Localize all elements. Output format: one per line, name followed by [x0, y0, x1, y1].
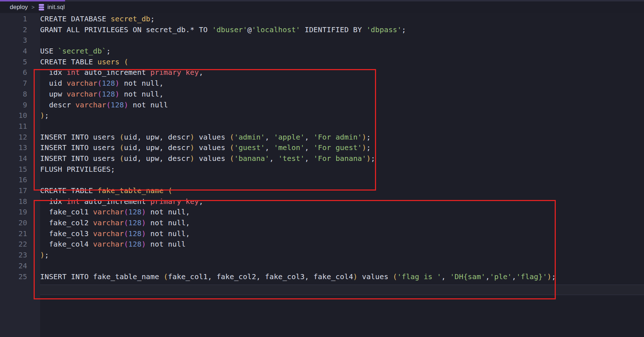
code-token: fake_col4 [40, 240, 93, 248]
line-number[interactable]: 17 [0, 185, 40, 196]
code-token: 'admin' [234, 133, 265, 141]
line-number[interactable]: 3 [0, 35, 40, 46]
database-icon [38, 4, 44, 11]
line-number[interactable]: 20 [0, 218, 40, 229]
code-line[interactable]: ); [40, 250, 644, 261]
code-token: ) [141, 240, 146, 248]
code-token: ) [115, 79, 119, 88]
code-token: ) [141, 208, 146, 216]
code-line[interactable] [40, 121, 644, 132]
code-token: 'dbuser' [212, 25, 247, 34]
code-line[interactable]: fake_col4 varchar(128) not null [40, 239, 644, 250]
code-token: ) [141, 229, 146, 238]
code-token: ( [106, 101, 111, 109]
code-token: INSERT INTO users [40, 133, 119, 141]
line-number[interactable]: 6 [0, 67, 40, 78]
code-token: ) [40, 251, 44, 259]
line-number[interactable]: 14 [0, 153, 40, 164]
line-number[interactable]: 25 [0, 272, 40, 282]
breadcrumb-file[interactable]: init.sql [38, 4, 65, 11]
line-number[interactable]: 10 [0, 110, 40, 121]
code-token: 'melon' [274, 143, 304, 152]
code-token: ) [40, 111, 44, 120]
code-line[interactable] [40, 261, 644, 272]
code-token: ( [168, 186, 172, 195]
code-token: secret_db [111, 14, 150, 23]
code-token: GRANT ALL PRIVILEGES ON secret_db.* TO [40, 25, 212, 34]
line-number[interactable]: 7 [0, 78, 40, 89]
code-token: varchar [67, 79, 97, 88]
code-token: , [305, 133, 314, 141]
line-number[interactable]: 9 [0, 100, 40, 111]
code-token [181, 197, 185, 206]
code-token: INSERT INTO users [40, 154, 119, 163]
line-number[interactable]: 13 [0, 142, 40, 153]
line-number[interactable]: 11 [0, 121, 40, 132]
code-line[interactable]: fake_col3 varchar(128) not null, [40, 229, 644, 239]
code-line[interactable]: idx int auto_increment primary key, [40, 67, 644, 78]
code-token: 'test' [278, 154, 304, 163]
code-line[interactable] [40, 35, 644, 46]
line-number[interactable]: 18 [0, 196, 40, 207]
code-token: not null [128, 101, 168, 109]
code-line[interactable] [40, 175, 644, 185]
code-line[interactable]: fake_col1 varchar(128) not null, [40, 207, 644, 218]
code-line[interactable]: fake_col2 varchar(128) not null, [40, 218, 644, 229]
code-line[interactable]: idx int auto_increment primary key, [40, 196, 644, 207]
code-token: upw [40, 90, 67, 98]
code-line[interactable]: CREATE DATABASE secret_db; [40, 14, 644, 25]
code-token: not null, [119, 90, 163, 98]
code-token: 'For guest' [314, 143, 362, 152]
code-token: ( [230, 143, 234, 152]
code-token: , [269, 154, 278, 163]
code-line[interactable]: descr varchar(128) not null [40, 100, 644, 111]
line-number[interactable]: 8 [0, 89, 40, 100]
code-token: users [97, 57, 119, 66]
code-token: varchar [93, 218, 124, 227]
code-token: ( [230, 133, 234, 141]
code-token: ; [402, 25, 406, 34]
code-token: 'ple' [490, 272, 512, 281]
code-token: ; [551, 272, 556, 281]
code-token: varchar [93, 240, 124, 248]
code-line[interactable]: uid varchar(128) not null, [40, 78, 644, 89]
code-token: ( [163, 272, 168, 281]
code-line[interactable]: upw varchar(128) not null, [40, 89, 644, 100]
code-token: 128 [128, 240, 142, 248]
code-line[interactable]: INSERT INTO fake_table_name (fake_col1, … [40, 272, 644, 282]
code-line[interactable]: ); [40, 110, 644, 121]
line-number[interactable]: 2 [0, 25, 40, 35]
code-line[interactable]: FLUSH PRIVILEGES; [40, 164, 644, 175]
line-number[interactable]: 4 [0, 46, 40, 57]
code-token: 128 [128, 208, 142, 216]
code-token: ( [393, 272, 397, 281]
breadcrumb-folder[interactable]: deploy [10, 4, 28, 11]
line-number[interactable]: 23 [0, 250, 40, 261]
code-token: ; [366, 133, 371, 141]
code-token: 'banana' [234, 154, 269, 163]
code-line[interactable]: CREATE TABLE users ( [40, 57, 644, 68]
code-line[interactable]: USE `secret_db`; [40, 46, 644, 57]
code-token: ( [98, 90, 102, 98]
code-token: fake_table_name [97, 186, 163, 195]
line-number[interactable]: 21 [0, 229, 40, 239]
code-line[interactable]: INSERT INTO users (uid, upw, descr) valu… [40, 153, 644, 164]
line-number[interactable]: 24 [0, 261, 40, 272]
code-token: not null, [146, 208, 190, 216]
line-number[interactable]: 19 [0, 207, 40, 218]
line-number[interactable]: 22 [0, 239, 40, 250]
line-number[interactable]: 5 [0, 57, 40, 68]
code-line[interactable]: GRANT ALL PRIVILEGES ON secret_db.* TO '… [40, 25, 644, 35]
code-token: ) [141, 218, 146, 227]
code-token: INSERT INTO fake_table_name [40, 272, 163, 281]
code-line[interactable]: INSERT INTO users (uid, upw, descr) valu… [40, 132, 644, 143]
code-token: , [265, 143, 274, 152]
code-line[interactable]: INSERT INTO users (uid, upw, descr) valu… [40, 142, 644, 153]
line-number[interactable]: 15 [0, 164, 40, 175]
code-token: ) [366, 154, 371, 163]
line-number[interactable]: 16 [0, 175, 40, 185]
line-number[interactable]: 12 [0, 132, 40, 143]
code-token: 'localhost' [252, 25, 300, 34]
line-number[interactable]: 1 [0, 14, 40, 25]
code-line[interactable]: CREATE TABLE fake_table_name ( [40, 185, 644, 196]
